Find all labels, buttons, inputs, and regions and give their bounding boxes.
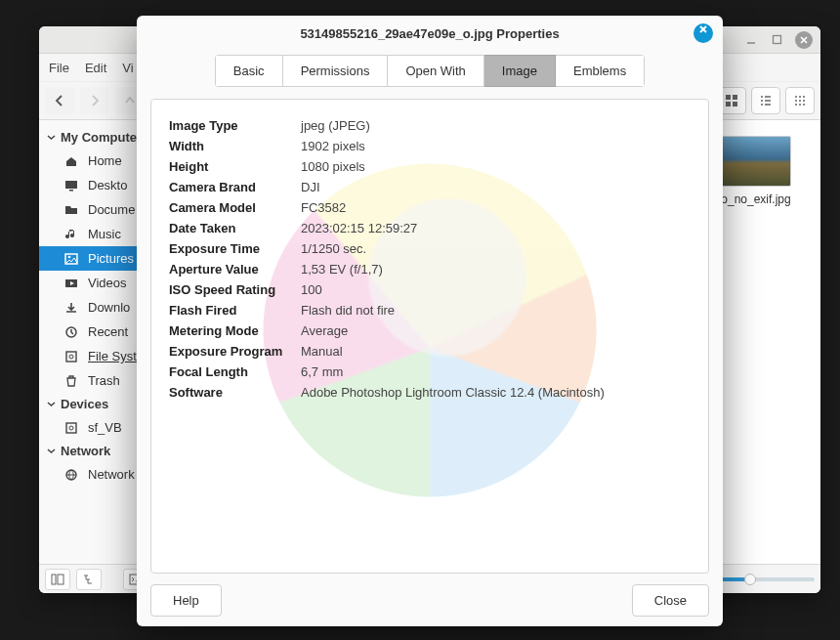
property-value: 100 xyxy=(301,282,691,297)
property-value: DJI xyxy=(301,180,691,194)
sidebar-item-label: sf_VB xyxy=(88,420,122,435)
property-value: Manual xyxy=(301,344,691,359)
property-key: Aperture Value xyxy=(169,262,301,277)
property-value: Average xyxy=(301,323,691,338)
property-key: Height xyxy=(169,159,301,174)
disk-icon xyxy=(64,350,80,363)
dialog-tabs: BasicPermissionsOpen WithImageEmblems xyxy=(137,51,723,99)
property-row: Focal Length6,7 mm xyxy=(169,362,691,382)
toggle-places-button[interactable] xyxy=(45,569,70,590)
property-row: Exposure Time1/1250 sec. xyxy=(169,238,691,259)
picture-icon xyxy=(64,252,80,266)
sidebar-item-label: Docume xyxy=(88,202,135,217)
view-compact-button[interactable] xyxy=(785,87,815,114)
tab-image[interactable]: Image xyxy=(484,55,556,87)
svg-rect-20 xyxy=(66,352,76,362)
property-value: Adobe Photoshop Lightroom Classic 12.4 (… xyxy=(301,385,691,400)
property-value: 1902 pixels xyxy=(301,139,691,153)
sidebar-item-label: Recent xyxy=(88,324,128,339)
svg-rect-25 xyxy=(52,575,56,584)
download-icon xyxy=(64,301,80,315)
property-value: Flash did not fire xyxy=(301,303,691,318)
svg-point-7 xyxy=(803,96,805,98)
minimize-button[interactable] xyxy=(744,33,758,47)
svg-rect-26 xyxy=(58,575,63,584)
svg-rect-15 xyxy=(69,190,73,192)
property-value: FC3582 xyxy=(301,200,691,215)
chevron-down-icon xyxy=(47,400,57,408)
svg-rect-0 xyxy=(773,36,780,44)
menu-file[interactable]: File xyxy=(49,61,69,75)
svg-point-13 xyxy=(803,104,805,106)
properties-dialog: 53149855216_29ae47e09e_o.jpg Properties … xyxy=(137,16,723,626)
property-row: Date Taken2023:02:15 12:59:27 xyxy=(169,218,691,238)
svg-rect-1 xyxy=(726,95,731,100)
toggle-tree-button[interactable] xyxy=(76,569,102,590)
property-key: Exposure Time xyxy=(169,241,301,256)
sidebar-item-label: Network xyxy=(88,467,135,482)
svg-rect-4 xyxy=(733,102,737,107)
svg-point-12 xyxy=(799,104,801,106)
property-key: Camera Brand xyxy=(169,180,301,194)
property-key: Software xyxy=(169,385,301,400)
dialog-content: Image Typejpeg (JPEG)Width1902 pixelsHei… xyxy=(150,99,709,574)
svg-rect-3 xyxy=(726,102,731,107)
nav-back-button[interactable] xyxy=(45,87,74,114)
tab-emblems[interactable]: Emblems xyxy=(556,55,645,87)
svg-point-5 xyxy=(795,96,797,98)
property-key: Exposure Program xyxy=(169,344,301,359)
dialog-close-button[interactable] xyxy=(693,23,713,43)
property-row: Camera BrandDJI xyxy=(169,177,691,197)
property-key: Camera Model xyxy=(169,200,301,215)
maximize-button[interactable] xyxy=(770,33,783,47)
globe-icon xyxy=(64,468,80,482)
property-row: Flash FiredFlash did not fire xyxy=(169,300,691,320)
chevron-down-icon xyxy=(47,133,57,142)
property-key: Metering Mode xyxy=(169,323,301,338)
property-row: Aperture Value1,53 EV (f/1,7) xyxy=(169,259,691,279)
property-row: Height1080 pixels xyxy=(169,156,691,177)
tab-permissions[interactable]: Permissions xyxy=(283,55,389,87)
svg-point-8 xyxy=(795,100,797,102)
svg-point-6 xyxy=(799,96,801,98)
view-list-button[interactable] xyxy=(751,87,780,114)
sidebar-item-label: Trash xyxy=(88,373,120,388)
close-button[interactable]: Close xyxy=(632,584,709,617)
svg-rect-2 xyxy=(733,95,737,100)
svg-point-23 xyxy=(69,426,73,430)
help-button[interactable]: Help xyxy=(150,584,222,617)
property-key: Image Type xyxy=(169,118,301,133)
image-thumbnail xyxy=(711,136,791,187)
property-row: Image Typejpeg (JPEG) xyxy=(169,115,691,136)
file-name-label: oto_no_exif.jpg xyxy=(711,192,790,206)
folder-icon xyxy=(64,203,80,217)
property-value: 6,7 mm xyxy=(301,364,691,379)
property-row: Metering ModeAverage xyxy=(169,320,691,341)
video-icon xyxy=(64,277,80,290)
tab-basic[interactable]: Basic xyxy=(215,55,283,87)
property-row: Width1902 pixels xyxy=(169,136,691,156)
menu-edit[interactable]: Edit xyxy=(85,61,106,75)
property-value: 1080 pixels xyxy=(301,159,691,174)
property-value: 2023:02:15 12:59:27 xyxy=(301,221,691,235)
property-key: ISO Speed Rating xyxy=(169,282,301,297)
property-value: 1/1250 sec. xyxy=(301,241,691,256)
sidebar-item-label: Pictures xyxy=(88,251,134,266)
sidebar-item-label: Deskto xyxy=(88,178,127,192)
property-row: Camera ModelFC3582 xyxy=(169,197,691,218)
nav-forward-button[interactable] xyxy=(80,87,109,114)
tab-open-with[interactable]: Open With xyxy=(388,55,483,87)
property-value: 1,53 EV (f/1,7) xyxy=(301,262,691,277)
property-row: ISO Speed Rating100 xyxy=(169,279,691,300)
menu-view[interactable]: Vi xyxy=(122,61,133,75)
property-key: Date Taken xyxy=(169,221,301,235)
svg-rect-22 xyxy=(66,423,76,433)
fm-close-button[interactable] xyxy=(795,31,813,49)
property-key: Width xyxy=(169,139,301,153)
zoom-slider[interactable] xyxy=(707,577,815,581)
property-key: Flash Fired xyxy=(169,303,301,318)
property-row: SoftwareAdobe Photoshop Lightroom Classi… xyxy=(169,382,691,403)
svg-point-11 xyxy=(795,104,797,106)
svg-point-21 xyxy=(69,355,73,359)
music-icon xyxy=(64,228,80,241)
